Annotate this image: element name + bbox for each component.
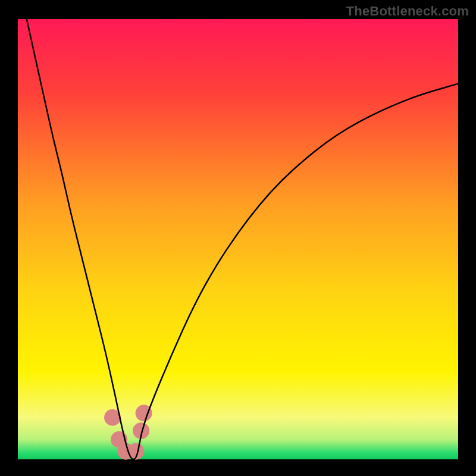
plot-background [18,19,458,459]
bottleneck-chart [0,0,476,476]
chart-container: TheBottleneck.com [0,0,476,476]
